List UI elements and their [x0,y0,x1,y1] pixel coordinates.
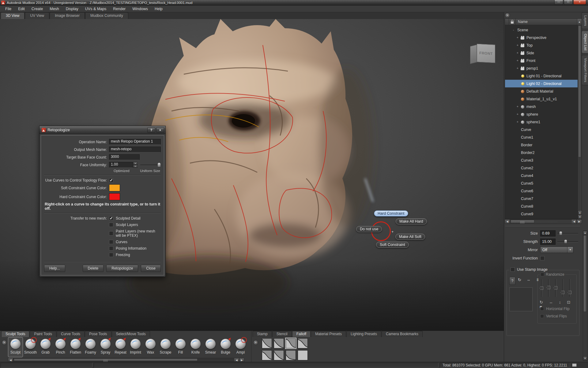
scrollbar-track[interactable] [198,358,234,362]
lock-column-button[interactable] [509,19,516,25]
tray-expander-button[interactable]: » [2,340,7,345]
view-tab[interactable]: 3D View [1,12,24,19]
tree-item[interactable]: Border [505,141,582,149]
face-uniformity-input[interactable]: 1.00 [109,162,133,168]
tool-button[interactable]: Smear [203,337,218,357]
tree-expander[interactable]: + [517,44,520,47]
vertical-flip-option[interactable]: Vertical Flips [540,314,567,318]
tool-tray-tab[interactable]: Curve Tools [57,331,85,337]
slider-thumb[interactable] [559,231,562,235]
tool-button[interactable]: Spray [98,337,113,357]
tools-scrollbar[interactable]: ◀ ◀ ▶ [8,358,244,362]
view-tab[interactable]: Image Browser [50,12,85,19]
tree-expander[interactable]: + [517,105,520,108]
size-slider[interactable] [557,230,578,236]
preset-tray-tab[interactable]: Stamp [253,331,272,337]
side-tab[interactable]: Object List [582,31,588,53]
horizontal-flip-option[interactable]: Horizontal Flip [540,307,570,311]
transfer-option-checkbox[interactable] [109,246,113,251]
slider-thumb[interactable] [564,240,567,243]
scroll-up-icon[interactable]: ▲ [583,231,587,235]
tool-button[interactable]: Bulge [218,337,233,357]
marking-menu-item[interactable]: Do not use [356,226,382,232]
stepper-down-icon[interactable]: ▼ [133,165,138,168]
tool-button[interactable]: Repeat [113,337,128,357]
operation-name-input[interactable]: mesh Retopo Operation 1 [109,139,161,145]
tree-item[interactable]: + Perspective [505,34,582,41]
tree-expander[interactable]: + [517,113,520,116]
tree-item[interactable]: Light 02 - Directional [505,80,582,87]
falloff-preset[interactable] [286,350,296,360]
window-control-button[interactable]: — [554,0,563,5]
transfer-option-checkbox[interactable] [109,253,113,257]
tool-button[interactable]: Smooth [23,337,38,357]
tree-item[interactable]: Default Material [505,87,582,95]
tree-item[interactable]: Curve7 [505,195,582,202]
panel-expander-button[interactable]: » [505,13,510,18]
preset-tray-tab[interactable]: Falloff [292,331,311,337]
randomize-slider[interactable] [568,279,571,297]
randomize-slider[interactable] [540,279,543,297]
tool-button[interactable]: Sculpt [8,337,23,357]
size-input[interactable]: 0.69 [540,230,556,236]
tool-button[interactable]: Flatten [68,337,83,357]
menu-item[interactable]: Create [28,6,47,12]
preset-tray-tab[interactable]: Material Presets [311,331,346,337]
dialog-close-button[interactable]: × [156,127,164,133]
menu-item[interactable]: Windows [129,6,151,12]
tool-button[interactable]: Foamy [83,337,98,357]
scrollbar-thumb[interactable] [14,358,198,361]
tree-item[interactable]: Curve1 [505,133,582,141]
tree-item[interactable]: - Scene [505,26,582,34]
marking-menu-item[interactable]: Soft Constraint [376,242,409,248]
tree-item[interactable]: Border2 [505,149,582,156]
soft-constraint-color-swatch[interactable] [109,184,120,191]
window-control-button[interactable]: × [573,0,586,5]
scroll-right-icon[interactable]: ▶ [239,358,244,362]
use-curves-checkbox[interactable] [109,178,113,182]
name-column-header[interactable]: Name [516,20,577,24]
tree-expander[interactable]: + [517,120,520,124]
tree-item[interactable]: + Side [505,49,582,57]
tool-button[interactable]: Fill [173,337,188,357]
scroll-down-icon[interactable]: ▼ [578,215,582,219]
falloff-preset[interactable] [286,338,296,348]
tree-item[interactable]: Light 01 - Directional [505,72,582,80]
tree-item[interactable]: Curve3 [505,156,582,164]
side-tab[interactable]: Viewport Filters [582,55,588,85]
marking-menu-item[interactable]: Hard Constraint [374,210,408,217]
transfer-option[interactable]: Posing Information [109,246,161,251]
properties-scrollbar[interactable]: ▲ ▼ [583,231,587,361]
randomize-checkbox[interactable] [541,273,544,276]
vertical-flip-checkbox[interactable] [540,314,544,318]
use-stamp-checkbox[interactable] [511,267,515,272]
dialog-title-bar[interactable]: Retopologize ? × [40,126,165,134]
face-uniformity-slider[interactable] [140,162,161,168]
tree-item[interactable]: Material_1_u1_v1 [505,95,582,103]
tree-vertical-scrollbar[interactable]: ▲ ▼ [578,25,582,219]
scroll-up-icon[interactable]: ▲ [577,19,582,25]
menu-item[interactable]: Edit [15,6,28,12]
scrollbar-thumb[interactable] [578,25,581,157]
tree-item[interactable]: Curve6 [505,187,582,195]
transfer-option[interactable]: Freezing [109,253,161,257]
tool-button[interactable]: Scrape [158,337,173,357]
tree-item[interactable]: Curve4 [505,172,582,179]
scroll-up-icon[interactable]: ▲ [578,210,582,215]
menu-item[interactable]: Render [110,6,129,12]
randomize-slider[interactable] [547,279,550,297]
dialog-button[interactable]: Help... [44,265,65,272]
falloff-preset[interactable] [298,338,308,348]
tree-item[interactable]: + Top [505,41,582,49]
view-cube-front-face[interactable]: FRONT [477,44,495,63]
scroll-left-icon[interactable]: ◀ [234,358,239,362]
tree-expander[interactable]: - [513,28,517,32]
preset-tray-tab[interactable]: Camera Bookmarks [382,331,423,337]
dialog-help-button[interactable]: ? [147,127,155,133]
tool-tray-tab[interactable]: Paint Tools [30,331,56,337]
slider-thumb[interactable] [157,163,161,167]
strength-slider[interactable] [557,239,578,245]
stamp-placeholder-button[interactable]: ? [509,277,515,285]
output-mesh-name-input[interactable]: mesh-retopo [109,147,161,152]
tool-button[interactable]: Wax [143,337,158,357]
